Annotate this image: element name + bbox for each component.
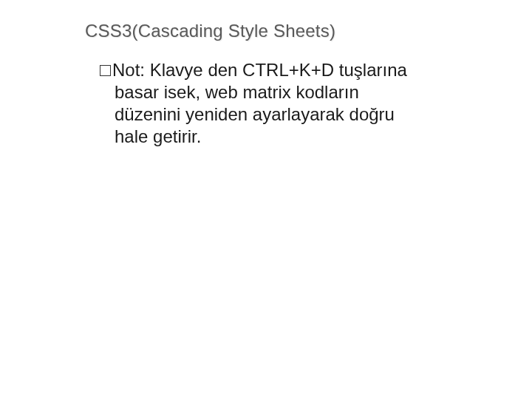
body-line-3: düzenini yeniden ayarlayarak doğru: [100, 103, 447, 126]
note-label: Not:: [112, 60, 145, 80]
body-line-2: basar isek, web matrix kodların: [100, 81, 447, 103]
body-text-1: Klavye den CTRL+K+D tuşlarına: [145, 60, 407, 80]
slide: CSS3(Cascading Style Sheets) Not: Klavye…: [0, 0, 532, 399]
slide-body: Not: Klavye den CTRL+K+D tuşlarına basar…: [100, 59, 447, 148]
slide-title: CSS3(Cascading Style Sheets): [85, 21, 335, 41]
body-line-4: hale getirir.: [100, 126, 447, 148]
body-line-1: Not: Klavye den CTRL+K+D tuşlarına: [100, 59, 447, 81]
square-bullet-icon: [100, 65, 111, 76]
